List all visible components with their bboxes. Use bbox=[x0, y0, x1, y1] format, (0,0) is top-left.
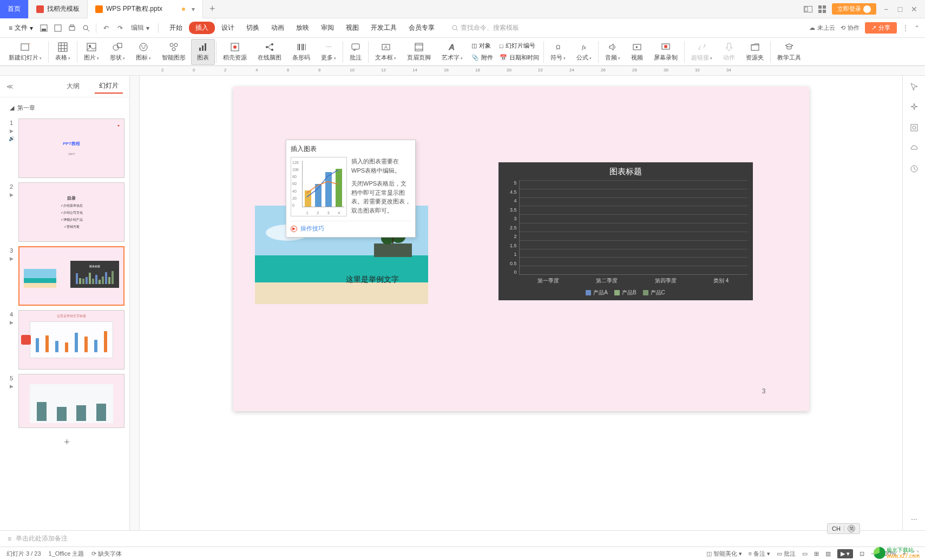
file-menu[interactable]: ≡ 文件 ▾ bbox=[5, 23, 36, 32]
menu-developer[interactable]: 开发工具 bbox=[365, 21, 402, 35]
minimize-button[interactable]: − bbox=[882, 5, 890, 14]
qat-undo-icon[interactable]: ↶ bbox=[100, 22, 113, 35]
section-header[interactable]: ◢ 第一章 bbox=[4, 102, 129, 114]
slide-sample-text[interactable]: 这里是举例文字 bbox=[346, 275, 399, 285]
ribbon-mindmap[interactable]: 在线脑图 bbox=[252, 39, 287, 65]
panel-tab-outline[interactable]: 大纲 bbox=[62, 80, 84, 93]
ribbon-icon[interactable]: 图标▾ bbox=[130, 39, 156, 65]
tab-home[interactable]: 首页 bbox=[0, 0, 29, 18]
panel-tab-slides[interactable]: 幻灯片 bbox=[95, 79, 123, 94]
ribbon-slidenum[interactable]: □幻灯片编号 bbox=[496, 40, 542, 52]
sidebar-select-icon[interactable] bbox=[909, 81, 920, 92]
sidebar-cloud-icon[interactable] bbox=[909, 143, 920, 154]
slide-canvas[interactable]: 这里是举例文字 图表标题 54.543.532.521.510.50 第一季度第… bbox=[233, 87, 809, 411]
ribbon-comment[interactable]: 批注 bbox=[344, 39, 367, 65]
status-missing-font[interactable]: ⟳ 缺失字体 bbox=[91, 550, 122, 558]
ribbon-audio[interactable]: 音频▾ bbox=[600, 39, 626, 65]
sidebar-design-icon[interactable] bbox=[909, 122, 920, 133]
view-reading-icon[interactable]: ▥ bbox=[825, 550, 831, 557]
status-notes[interactable]: ≡ 备注 ▾ bbox=[749, 550, 770, 558]
menu-animation[interactable]: 动画 bbox=[266, 21, 290, 35]
notes-placeholder[interactable]: 单击此处添加备注 bbox=[16, 534, 68, 543]
ribbon-screenrec[interactable]: 屏幕录制 bbox=[648, 39, 683, 65]
new-tab-button[interactable]: + bbox=[203, 3, 222, 15]
menu-view[interactable]: 视图 bbox=[340, 21, 364, 35]
ribbon-table[interactable]: 表格▾ bbox=[50, 39, 76, 65]
ribbon-chart[interactable]: 图表 bbox=[191, 39, 215, 65]
view-slideshow-button[interactable]: ▶ ▾ bbox=[837, 549, 853, 558]
share-button[interactable]: ↗ 分享 bbox=[865, 22, 897, 34]
thumb-3[interactable]: 3▶ 图表标题 bbox=[8, 246, 126, 306]
slide-viewport[interactable]: 这里是举例文字 图表标题 54.543.532.521.510.50 第一季度第… bbox=[140, 76, 902, 530]
menu-slideshow[interactable]: 放映 bbox=[291, 21, 314, 35]
ime-indicator[interactable]: CH 简 bbox=[827, 523, 860, 534]
login-button[interactable]: 立即登录 bbox=[832, 3, 876, 15]
qat-preview-icon[interactable] bbox=[80, 22, 93, 35]
menu-transition[interactable]: 切换 bbox=[241, 21, 265, 35]
edit-menu[interactable]: 编辑 ▾ bbox=[128, 23, 153, 32]
ruler-horizontal[interactable]: 20246810121416182022242628303234 bbox=[140, 66, 925, 75]
ribbon-audio-label: 音频 bbox=[605, 54, 617, 61]
qat-saveas-icon[interactable] bbox=[51, 22, 64, 35]
ruler-vertical[interactable] bbox=[130, 76, 140, 530]
qat-redo-icon[interactable]: ↷ bbox=[114, 22, 127, 35]
reading-mode-icon[interactable] bbox=[804, 5, 812, 14]
ribbon-smartart[interactable]: 智能图形 bbox=[156, 39, 191, 65]
add-slide-button[interactable]: + bbox=[4, 432, 129, 452]
ribbon-docer-resource[interactable]: 稻壳资源 bbox=[218, 39, 252, 65]
sidebar-more-icon[interactable]: ⋯ bbox=[909, 514, 920, 525]
tab-menu-icon[interactable]: ▾ bbox=[192, 5, 195, 13]
cloud-status[interactable]: ☁ 未上云 bbox=[809, 24, 835, 32]
ribbon-new-slide[interactable]: +新建幻灯片▾ bbox=[3, 39, 47, 65]
view-normal-icon[interactable]: ▭ bbox=[802, 550, 808, 557]
slide-chart[interactable]: 图表标题 54.543.532.521.510.50 第一季度第二季度第四季度类… bbox=[498, 162, 753, 300]
menu-start[interactable]: 开始 bbox=[164, 21, 188, 35]
app-grid-icon[interactable] bbox=[818, 5, 826, 14]
ribbon-shape[interactable]: 形状▾ bbox=[104, 39, 130, 65]
view-sorter-icon[interactable]: ⊞ bbox=[814, 550, 819, 557]
thumb-1[interactable]: 1▶🔊 ● PPT教程 ·PPT bbox=[8, 118, 126, 178]
sidebar-magic-icon[interactable] bbox=[909, 102, 920, 113]
ribbon-wordart[interactable]: A艺术字▾ bbox=[436, 39, 468, 65]
menu-insert[interactable]: 插入 bbox=[189, 22, 215, 34]
notes-bar[interactable]: ≡ 单击此处添加备注 bbox=[0, 530, 925, 546]
ribbon-textbox[interactable]: A文本框▾ bbox=[370, 39, 402, 65]
ribbon-barcode[interactable]: 条形码 bbox=[287, 39, 316, 65]
ribbon-formula[interactable]: fx公式▾ bbox=[571, 39, 597, 65]
ribbon-resource[interactable]: 资源夹 bbox=[740, 39, 769, 65]
ribbon-attach[interactable]: 📎附件 bbox=[468, 52, 496, 64]
qat-print-icon[interactable] bbox=[65, 22, 78, 35]
ribbon-hyperlink[interactable]: 超链接▾ bbox=[686, 39, 718, 65]
ribbon-video[interactable]: 视频 bbox=[626, 39, 648, 65]
thumb-4[interactable]: 4▶ 这里是举例文字标题 bbox=[8, 310, 126, 370]
ribbon-header-footer[interactable]: 页眉页脚 bbox=[402, 39, 436, 65]
ribbon-symbol[interactable]: Ω符号▾ bbox=[545, 39, 571, 65]
maximize-button[interactable]: □ bbox=[896, 5, 904, 14]
ribbon-object[interactable]: ◫对象 bbox=[468, 40, 496, 52]
menu-design[interactable]: 设计 bbox=[216, 21, 240, 35]
ribbon-more[interactable]: ⋯更多▾ bbox=[316, 39, 342, 65]
menu-review[interactable]: 审阅 bbox=[316, 21, 339, 35]
collapse-ribbon-icon[interactable]: ⌃ bbox=[914, 24, 920, 32]
fit-icon[interactable]: ⊡ bbox=[860, 550, 864, 557]
menu-search[interactable]: 查找命令、搜索模板 bbox=[452, 23, 519, 32]
tab-docer[interactable]: 找稻壳模板 bbox=[29, 0, 88, 18]
ribbon-datetime[interactable]: 📅日期和时间 bbox=[496, 52, 542, 64]
ribbon-picture[interactable]: 图片▾ bbox=[78, 39, 104, 65]
ribbon-formula-label: 公式 bbox=[576, 54, 588, 61]
qat-save-icon[interactable] bbox=[37, 22, 50, 35]
sidebar-animation-icon[interactable] bbox=[909, 163, 920, 174]
coop-button[interactable]: ⟲ 协作 bbox=[841, 24, 860, 32]
ribbon-teach[interactable]: 教学工具 bbox=[772, 39, 806, 65]
status-comments[interactable]: ▭ 批注 bbox=[777, 550, 796, 558]
ribbon-action[interactable]: 动作 bbox=[718, 39, 740, 65]
collapse-panel-icon[interactable]: ≪ bbox=[6, 83, 14, 90]
menu-member[interactable]: 会员专享 bbox=[403, 21, 440, 35]
tooltip-tips-link[interactable]: ▶操作技巧 bbox=[291, 225, 411, 233]
thumb-5[interactable]: 5▶ bbox=[8, 374, 126, 428]
status-beautify[interactable]: ◫ 智能美化 ▾ bbox=[706, 550, 742, 558]
tab-file[interactable]: WPS PPT教程.pptx ▾ bbox=[88, 0, 203, 18]
more-menu-icon[interactable]: ⋮ bbox=[902, 24, 909, 32]
close-button[interactable]: ✕ bbox=[910, 5, 919, 14]
thumb-2[interactable]: 2▶ 目录 ✓介绍基本信息 ✓介绍公司文化 ✓详细介绍产品 ✓营销方案 bbox=[8, 182, 126, 242]
